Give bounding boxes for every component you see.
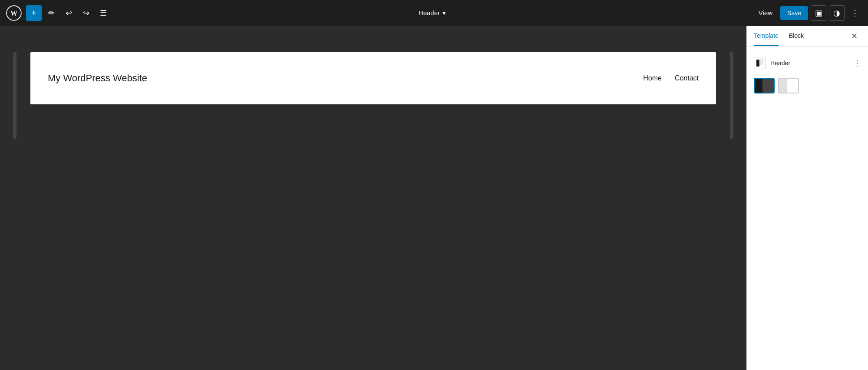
nav-link-home[interactable]: Home [643, 74, 662, 82]
header-preview-block[interactable]: My WordPress Website Home Contact [30, 52, 716, 104]
layout-option-dark[interactable] [754, 78, 775, 93]
save-button[interactable]: Save [780, 6, 808, 20]
sidebar-header: Template Block ✕ [747, 26, 868, 47]
canvas-area: My WordPress Website Home Contact [0, 26, 746, 370]
svg-text:W: W [10, 9, 17, 17]
undo-icon: ↩ [66, 8, 72, 18]
svg-rect-3 [760, 60, 763, 61]
redo-icon: ↪ [83, 8, 89, 18]
main-layout: My WordPress Website Home Contact Templa… [0, 26, 868, 370]
sidebar: Template Block ✕ [746, 26, 868, 370]
header-title-button[interactable]: Header ▾ [413, 7, 451, 20]
site-title: My WordPress Website [48, 73, 147, 84]
sidebar-content: Header ⋮ [747, 47, 868, 370]
redo-button[interactable]: ↪ [78, 5, 94, 21]
wp-logo[interactable]: W [5, 4, 23, 22]
list-icon: ☰ [100, 8, 107, 18]
more-icon: ⋮ [851, 8, 859, 18]
layout-options [754, 73, 861, 99]
block-name: Header [770, 60, 790, 67]
plus-icon: + [31, 7, 37, 19]
more-options-button[interactable]: ⋮ [847, 5, 863, 21]
edit-tool-button[interactable]: ✏ [43, 5, 59, 21]
pen-icon: ✏ [48, 8, 55, 18]
layout-view-button[interactable]: ▣ [811, 5, 826, 21]
tab-block[interactable]: Block [789, 26, 804, 46]
block-options-button[interactable]: ⋮ [853, 58, 861, 68]
svg-rect-2 [756, 60, 759, 67]
close-icon: ✕ [851, 31, 858, 41]
scroll-indicator-right [730, 52, 733, 139]
block-options-icon: ⋮ [853, 58, 861, 68]
add-block-button[interactable]: + [26, 5, 42, 21]
view-button[interactable]: View [753, 7, 778, 19]
nav-links: Home Contact [643, 74, 699, 82]
canvas-inner: My WordPress Website Home Contact [0, 26, 746, 370]
svg-rect-5 [760, 63, 762, 64]
header-label: Header [419, 9, 440, 17]
toolbar-center: Header ▾ [113, 7, 752, 20]
svg-rect-4 [760, 62, 763, 63]
scroll-indicator-left [13, 52, 17, 139]
nav-link-contact[interactable]: Contact [675, 74, 699, 82]
toolbar-right: View Save ▣ ◑ ⋮ [753, 5, 863, 21]
chevron-down-icon: ▾ [442, 9, 446, 17]
sidebar-close-button[interactable]: ✕ [847, 29, 861, 43]
contrast-button[interactable]: ◑ [829, 5, 845, 21]
header-block-icon [754, 57, 766, 69]
layout-option-light[interactable] [778, 78, 799, 93]
tab-template[interactable]: Template [754, 26, 779, 46]
block-item-header: Header ⋮ [754, 53, 861, 73]
toolbar: W + ✏ ↩ ↪ ☰ Header ▾ View Save ▣ ◑ [0, 0, 868, 26]
layout-icon: ▣ [815, 8, 822, 18]
contrast-icon: ◑ [833, 8, 840, 18]
block-item-left: Header [754, 57, 790, 69]
list-view-button[interactable]: ☰ [96, 5, 111, 21]
undo-button[interactable]: ↩ [61, 5, 76, 21]
